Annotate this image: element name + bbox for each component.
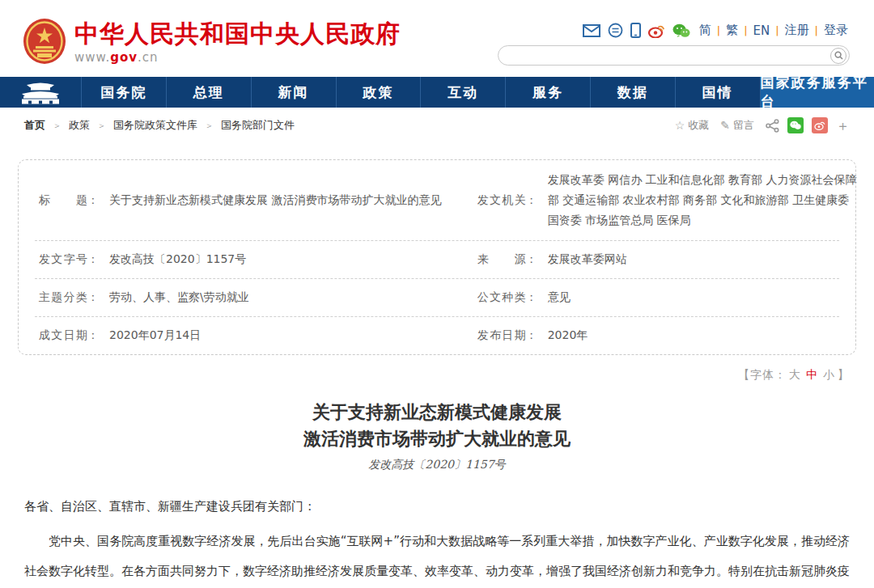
- lang-simplified-link[interactable]: 简: [699, 23, 711, 38]
- link-separator: |: [744, 24, 747, 36]
- font-size-medium-button[interactable]: 中: [806, 368, 818, 381]
- register-link[interactable]: 注册: [785, 23, 809, 38]
- field-colon: ：: [526, 290, 537, 305]
- field-colon: ：: [87, 328, 99, 343]
- font-size-control: 【字体：大中小】: [24, 368, 850, 383]
- search-button[interactable]: [830, 48, 846, 64]
- mail-icon[interactable]: [583, 24, 600, 37]
- table-row: 标题： 关于支持新业态新模式健康发展 激活消费市场带动扩大就业的意见 发文机关：…: [35, 160, 839, 241]
- nav-item-services[interactable]: 服务: [505, 77, 590, 108]
- star-icon: ☆: [675, 119, 685, 132]
- table-row: 发文字号： 发改高技〔2020〕1157号 来源： 发展改革委网站: [35, 241, 839, 279]
- nav-home-button[interactable]: [0, 77, 81, 108]
- site-logo-group: 中华人民共和国中央人民政府 www.gov.cn: [23, 0, 401, 77]
- field-value: 2020年07月14日: [109, 328, 201, 343]
- field-colon: ：: [526, 193, 537, 208]
- breadcrumb-home[interactable]: 首页: [24, 118, 45, 133]
- field-written-date: 成文日期： 2020年07月14日: [35, 328, 477, 343]
- field-colon: ：: [87, 252, 99, 267]
- article-paragraph: 党中央、国务院高度重视数字经济发展，先后出台实施“互联网+”行动和大数据战略等一…: [24, 527, 850, 588]
- comment-icon[interactable]: [608, 23, 623, 38]
- breadcrumb-bar: 首页 ＞ 政策 ＞ 国务院政策文件库 ＞ 国务院部门文件 ☆ 收藏 ✎ 留言: [24, 111, 850, 140]
- field-source: 来源： 发展改革委网站: [477, 252, 839, 267]
- field-value: 2020年: [548, 328, 588, 343]
- message-button[interactable]: ✎ 留言: [720, 118, 754, 133]
- lang-traditional-link[interactable]: 繁: [726, 23, 738, 38]
- field-doc-number: 发文字号： 发改高技〔2020〕1157号: [35, 252, 477, 267]
- article-title-line1: 关于支持新业态新模式健康发展: [0, 399, 874, 425]
- field-label: 公文种类: [477, 290, 526, 305]
- favorite-button[interactable]: ☆ 收藏: [675, 118, 710, 133]
- breadcrumb-policy[interactable]: 政策: [69, 118, 90, 133]
- field-label: 发文机关: [477, 193, 526, 208]
- article-title: 关于支持新业态新模式健康发展 激活消费市场带动扩大就业的意见: [0, 399, 874, 452]
- article-title-line2: 激活消费市场带动扩大就业的意见: [0, 425, 874, 452]
- link-separator: |: [717, 24, 720, 36]
- breadcrumb: 首页 ＞ 政策 ＞ 国务院政策文件库 ＞ 国务院部门文件: [24, 118, 295, 133]
- field-doc-type: 公文种类： 意见: [477, 290, 839, 305]
- share-icon: [766, 119, 779, 133]
- share-button[interactable]: [766, 119, 779, 133]
- nav-item-data[interactable]: 数据: [590, 77, 675, 108]
- more-share-button[interactable]: ＋: [836, 116, 850, 135]
- site-title-block: 中华人民共和国中央人民政府 www.gov.cn: [74, 18, 401, 65]
- font-size-prefix: 【字体：: [738, 368, 787, 381]
- national-emblem-icon: [23, 18, 66, 65]
- field-topic-category: 主题分类： 劳动、人事、监察\劳动就业: [35, 290, 477, 305]
- wechat-icon: [790, 121, 801, 130]
- article-doc-number: 发改高技〔2020〕1157号: [0, 458, 874, 472]
- field-issuing-agency: 发文机关： 发展改革委 网信办 工业和信息化部 教育部 人力资源社会保障部 交通…: [477, 170, 857, 231]
- nav-item-state-council[interactable]: 国务院: [81, 77, 166, 108]
- field-label: 主题分类: [39, 290, 87, 305]
- wechat-share-button[interactable]: [787, 117, 804, 133]
- field-value: 发展改革委 网信办 工业和信息化部 教育部 人力资源社会保障部 交通运输部 农业…: [548, 170, 857, 231]
- wechat-icon[interactable]: [672, 23, 690, 38]
- article-body: 各省、自治区、直辖市、新疆生产建设兵团有关部门： 党中央、国务院高度重视数字经济…: [24, 492, 850, 588]
- breadcrumb-separator: ＞: [53, 120, 62, 132]
- header-utilities: 简|繁|EN|注册|登录: [498, 0, 850, 77]
- weibo-share-button[interactable]: [812, 117, 828, 133]
- document-info-table: 标题： 关于支持新业态新模式健康发展 激活消费市场带动扩大就业的意见 发文机关：…: [18, 159, 856, 355]
- nav-item-premier[interactable]: 总理: [166, 77, 251, 108]
- search-icon: [834, 51, 843, 60]
- font-size-large-button[interactable]: 大: [789, 368, 801, 381]
- site-header: 中华人民共和国中央人民政府 www.gov.cn: [0, 0, 874, 77]
- pen-icon: ✎: [720, 119, 730, 132]
- nav-item-policy[interactable]: 政策: [336, 77, 421, 108]
- breadcrumb-separator: ＞: [205, 120, 214, 132]
- login-link[interactable]: 登录: [824, 23, 848, 38]
- field-colon: ：: [87, 193, 99, 208]
- lang-english-link[interactable]: EN: [753, 23, 770, 38]
- field-label: 发文字号: [39, 252, 87, 267]
- table-row: 成文日期： 2020年07月14日 发布日期： 2020年: [35, 317, 839, 354]
- tiananmen-icon: [15, 80, 66, 104]
- field-label: 成文日期: [39, 328, 87, 343]
- page-actions: ☆ 收藏 ✎ 留言 ＋: [664, 116, 850, 135]
- nav-item-national[interactable]: 国情: [675, 77, 760, 108]
- weibo-icon[interactable]: [648, 23, 665, 38]
- link-separator: |: [775, 24, 779, 36]
- nav-item-interaction[interactable]: 互动: [420, 77, 505, 108]
- favorite-label: 收藏: [688, 118, 709, 133]
- breadcrumb-separator: ＞: [97, 120, 106, 132]
- field-colon: ：: [526, 252, 537, 267]
- nav-item-news[interactable]: 新闻: [251, 77, 336, 108]
- message-label: 留言: [733, 118, 754, 133]
- font-size-small-button[interactable]: 小: [823, 368, 835, 381]
- field-value: 关于支持新业态新模式健康发展 激活消费市场带动扩大就业的意见: [109, 193, 441, 208]
- mobile-icon[interactable]: [630, 23, 641, 38]
- field-label: 来源: [477, 252, 526, 267]
- site-title: 中华人民共和国中央人民政府: [74, 19, 401, 49]
- nav-item-gov-service-platform[interactable]: 国家政务服务平台: [760, 77, 874, 108]
- article-salutation: 各省、自治区、直辖市、新疆生产建设兵团有关部门：: [24, 492, 850, 522]
- search-input[interactable]: [510, 48, 830, 64]
- breadcrumb-policy-library[interactable]: 国务院政策文件库: [113, 118, 197, 133]
- table-row: 主题分类： 劳动、人事、监察\劳动就业 公文种类： 意见: [35, 279, 839, 317]
- font-size-suffix: 】: [838, 368, 850, 381]
- field-value: 意见: [548, 290, 571, 305]
- topbar-links: 简|繁|EN|注册|登录: [583, 23, 850, 38]
- breadcrumb-dept-documents[interactable]: 国务院部门文件: [221, 118, 295, 133]
- field-value: 劳动、人事、监察\劳动就业: [109, 290, 249, 305]
- field-label: 标题: [39, 193, 87, 208]
- field-title: 标题： 关于支持新业态新模式健康发展 激活消费市场带动扩大就业的意见: [35, 170, 477, 231]
